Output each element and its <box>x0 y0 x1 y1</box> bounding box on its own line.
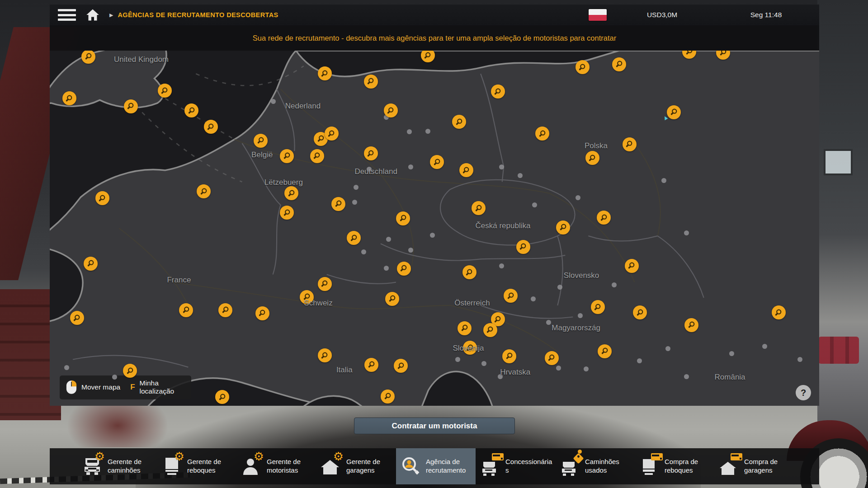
city-dot <box>386 237 391 242</box>
tab-garage-manager[interactable]: ⚙ Gerente de garagens <box>316 448 396 484</box>
recruitment-agency-icon <box>400 455 421 477</box>
agency-marker[interactable] <box>597 211 611 225</box>
agency-marker[interactable] <box>184 103 198 117</box>
agency-marker[interactable] <box>284 186 298 200</box>
agency-marker[interactable] <box>204 120 218 134</box>
tag-dot-icon <box>578 450 582 454</box>
city-dot <box>546 320 551 325</box>
agency-marker[interactable] <box>123 364 137 378</box>
agency-marker[interactable] <box>70 311 84 325</box>
tab-dealers[interactable]: Concessionárias <box>476 448 555 484</box>
agency-marker[interactable] <box>458 321 472 335</box>
agency-marker[interactable] <box>463 341 477 355</box>
background-right-wall <box>817 0 868 488</box>
agency-marker[interactable] <box>384 103 398 117</box>
agency-marker-player-location[interactable] <box>667 105 681 119</box>
map-canvas[interactable]: Mover mapa F Minha localização ? United … <box>50 51 819 406</box>
agency-marker[interactable] <box>612 57 626 71</box>
agency-marker[interactable] <box>84 257 98 271</box>
breadcrumb-arrow-icon: ▶ <box>109 12 113 18</box>
tab-trailer-manager[interactable]: ⚙ Gerente de reboques <box>157 448 237 484</box>
agency-marker[interactable] <box>684 318 698 332</box>
agency-marker[interactable] <box>491 84 505 99</box>
tab-label: Gerente de garagens <box>346 458 394 475</box>
city-dot <box>556 366 561 371</box>
city-dot <box>578 313 583 318</box>
agency-marker[interactable] <box>215 390 229 404</box>
city-dot <box>271 99 276 104</box>
agency-marker[interactable] <box>598 344 612 358</box>
agency-marker[interactable] <box>197 184 211 198</box>
home-icon[interactable] <box>86 9 99 21</box>
city-dot <box>612 282 617 287</box>
tab-truck-manager[interactable]: ⚙ Gerente de caminhões <box>78 448 157 484</box>
agency-marker[interactable] <box>396 211 410 225</box>
agency-marker[interactable] <box>347 231 361 245</box>
agency-marker[interactable] <box>280 206 294 220</box>
agency-marker[interactable] <box>385 292 399 306</box>
gear-icon: ⚙ <box>254 450 264 462</box>
agency-marker[interactable] <box>300 290 314 304</box>
agency-marker[interactable] <box>318 277 332 291</box>
background-barrels <box>818 337 859 364</box>
agency-marker[interactable] <box>318 66 332 80</box>
agency-marker[interactable] <box>535 127 549 141</box>
agency-marker[interactable] <box>472 201 486 215</box>
agency-marker[interactable] <box>452 115 466 129</box>
agency-marker[interactable] <box>576 60 590 74</box>
agency-marker[interactable] <box>331 197 345 211</box>
agency-marker[interactable] <box>364 146 378 160</box>
agency-marker[interactable] <box>504 289 518 303</box>
agency-marker[interactable] <box>218 303 232 317</box>
gear-icon: ⚙ <box>94 450 105 462</box>
agency-marker[interactable] <box>62 91 76 105</box>
agency-marker[interactable] <box>158 84 172 98</box>
agency-marker[interactable] <box>772 305 786 319</box>
agency-marker[interactable] <box>179 303 193 317</box>
tab-label: Gerente de reboques <box>187 458 235 475</box>
menu-icon[interactable] <box>58 9 76 21</box>
agency-marker[interactable] <box>381 389 395 404</box>
agency-marker[interactable] <box>545 351 559 365</box>
agency-marker[interactable] <box>459 163 473 177</box>
tab-garage-purchase[interactable]: Compra de garagens <box>714 448 794 484</box>
agency-marker[interactable] <box>483 323 497 337</box>
agency-marker[interactable] <box>591 300 605 314</box>
agency-marker[interactable] <box>124 99 138 113</box>
agency-marker[interactable] <box>318 348 332 362</box>
city-dot <box>498 374 503 379</box>
help-button[interactable]: ? <box>796 385 811 400</box>
mouse-icon <box>66 380 77 394</box>
tab-recruitment-agency[interactable]: Agência de recrutamento <box>396 448 476 484</box>
agency-marker[interactable] <box>623 137 637 151</box>
recruitment-panel: Sua rede de recrutamento - descubra mais… <box>50 25 819 406</box>
agency-marker[interactable] <box>280 149 294 163</box>
agency-marker[interactable] <box>254 134 268 148</box>
agency-marker[interactable] <box>625 259 639 273</box>
tab-label: Agência de recrutamento <box>426 458 468 475</box>
tab-label: Gerente de caminhões <box>108 458 156 475</box>
agency-marker[interactable] <box>462 265 476 279</box>
agency-marker[interactable] <box>394 359 408 373</box>
agency-marker[interactable] <box>81 51 95 64</box>
hire-driver-button[interactable]: Contratar um motorista <box>354 418 515 434</box>
agency-marker[interactable] <box>585 151 599 165</box>
agency-marker[interactable] <box>310 149 324 163</box>
bottom-toolbar: ⚙ Gerente de caminhões ⚙ Gerente de rebo… <box>50 448 819 484</box>
agency-marker[interactable] <box>430 155 444 169</box>
tab-driver-manager[interactable]: ⚙ Gerente de motoristas <box>237 448 316 484</box>
agency-marker[interactable] <box>364 358 378 372</box>
tab-used-trucks[interactable]: Caminhões usados <box>555 448 635 484</box>
trailer-purchase-icon <box>638 455 660 477</box>
agency-marker[interactable] <box>516 240 530 254</box>
agency-marker[interactable] <box>502 349 516 363</box>
agency-marker[interactable] <box>364 75 378 89</box>
agency-marker[interactable] <box>95 191 109 205</box>
agency-marker[interactable] <box>325 127 339 141</box>
agency-marker[interactable] <box>397 262 411 276</box>
agency-marker[interactable] <box>255 306 269 320</box>
tab-trailer-purchase[interactable]: Compra de reboques <box>635 448 714 484</box>
agency-marker[interactable] <box>556 221 570 235</box>
agency-marker[interactable] <box>633 305 647 319</box>
driver-manager-icon: ⚙ <box>241 455 262 477</box>
